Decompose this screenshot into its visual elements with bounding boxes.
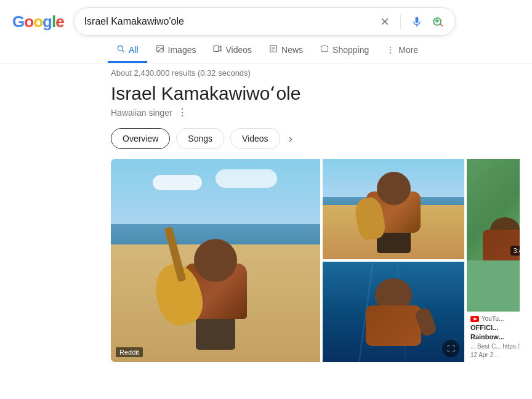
tab-all-label: All xyxy=(129,45,139,55)
image-search-button[interactable] xyxy=(430,14,445,29)
expand-image-icon[interactable]: ⛶ xyxy=(442,340,459,357)
image-left[interactable]: Reddit xyxy=(111,159,320,362)
tab-news-label: News xyxy=(281,45,303,55)
clear-search-button[interactable] xyxy=(378,15,392,28)
svg-rect-4 xyxy=(214,46,219,51)
svg-point-3 xyxy=(158,47,159,48)
tab-images-label: Images xyxy=(168,45,196,55)
youtube-channel: YouTu... xyxy=(482,315,504,322)
tab-videos-label: Videos xyxy=(225,45,252,55)
tab-all[interactable]: All xyxy=(108,38,147,63)
search-input[interactable]: Israel Kamakawiwo'ole xyxy=(84,16,378,27)
tab-images[interactable]: Images xyxy=(147,38,205,63)
image-bottom-right[interactable]: ⛶ xyxy=(323,262,464,362)
entity-subtitle-text: Hawaiian singer xyxy=(111,108,172,118)
entity-tabs: Overview Songs Videos › xyxy=(111,128,520,149)
knowledge-panel: Israel Kamakawiwoʻole Hawaiian singer ⋮ … xyxy=(0,83,532,362)
tab-shopping-label: Shopping xyxy=(332,45,369,55)
yt-video-desc: ... Best C... https://w... xyxy=(470,342,520,350)
entity-tab-videos[interactable]: Videos xyxy=(230,128,280,149)
image-top-right[interactable] xyxy=(323,159,464,259)
yt-video-date: 12 Apr 2... xyxy=(470,352,520,358)
videos-icon xyxy=(213,44,222,55)
google-logo[interactable]: Google xyxy=(12,12,64,31)
image-grid: Reddit xyxy=(111,159,520,362)
news-icon xyxy=(269,44,278,55)
entity-more-options[interactable]: ⋮ xyxy=(177,107,187,118)
tab-more[interactable]: ⋮ More xyxy=(377,39,427,63)
search-divider xyxy=(400,14,401,29)
more-dots-icon: ⋮ xyxy=(386,45,395,55)
all-icon xyxy=(116,44,125,55)
tab-news[interactable]: News xyxy=(260,38,312,63)
tab-more-label: More xyxy=(398,45,418,55)
svg-point-0 xyxy=(118,46,123,50)
image-far-right[interactable]: 3:48 YouTu... OFFICI... Rainbow... ... B… xyxy=(467,159,520,362)
tab-shopping[interactable]: Shopping xyxy=(312,38,377,63)
video-duration-badge: 3:48 xyxy=(510,246,520,256)
voice-search-button[interactable] xyxy=(409,14,424,29)
header: Google Israel Kamakawiwo'ole xyxy=(0,0,532,36)
entity-title: Israel Kamakawiwoʻole xyxy=(111,83,520,104)
nav-tabs: All Images Videos News Shopping ⋮ More xyxy=(0,38,532,63)
search-bar: Israel Kamakawiwo'ole xyxy=(74,7,456,36)
search-bar-wrapper: Israel Kamakawiwo'ole xyxy=(74,7,456,36)
search-icons xyxy=(378,14,445,29)
svg-line-1 xyxy=(123,50,124,52)
entity-tabs-more[interactable]: › xyxy=(286,132,295,145)
results-count: About 2,430,000 results (0.32 seconds) xyxy=(111,68,251,78)
entity-tab-songs[interactable]: Songs xyxy=(176,128,224,149)
image-left-label: Reddit xyxy=(116,347,143,357)
entity-tab-overview[interactable]: Overview xyxy=(111,128,170,149)
youtube-logo-row: YouTu... xyxy=(470,315,520,322)
yt-video-title: OFFICI... Rainbow... xyxy=(470,323,520,341)
images-icon xyxy=(156,44,164,55)
image-right-column: ⛶ xyxy=(323,159,464,362)
tab-videos[interactable]: Videos xyxy=(204,38,260,63)
results-info: About 2,430,000 results (0.32 seconds) xyxy=(0,63,532,83)
shopping-icon xyxy=(320,44,329,55)
entity-subtitle: Hawaiian singer ⋮ xyxy=(111,107,520,118)
